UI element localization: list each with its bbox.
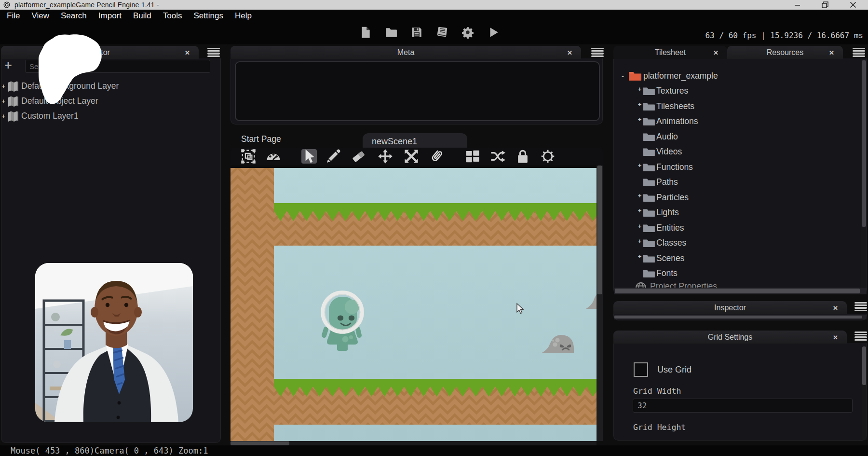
inspector-hscrollbar[interactable]	[614, 315, 867, 319]
tab-resources[interactable]: Resources ✕	[727, 46, 843, 59]
canvas-hscrollbar-thumb[interactable]	[231, 442, 289, 445]
tilesheet-tab-close-icon[interactable]: ✕	[713, 49, 719, 55]
layer-expander[interactable]: +	[0, 83, 6, 90]
menu-item[interactable]: Tools	[163, 11, 182, 21]
toolbar-button[interactable]	[359, 25, 372, 40]
toolbar-button[interactable]	[461, 25, 474, 40]
new-file-icon	[359, 26, 372, 39]
inspector-panel-close-icon[interactable]: ✕	[833, 304, 838, 311]
resource-row[interactable]: + Videos	[613, 144, 861, 160]
resource-label: Videos	[656, 147, 682, 157]
scene-tool-pencil[interactable]	[326, 149, 341, 164]
resource-expander[interactable]: +	[637, 253, 643, 260]
scene-tool-gear-outline[interactable]	[540, 149, 556, 164]
resource-expander[interactable]: +	[637, 116, 643, 123]
tab-tilesheet[interactable]: Tilesheet ✕	[613, 46, 727, 59]
canvas-vscrollbar-thumb[interactable]	[597, 166, 602, 294]
editor-panel-close-icon[interactable]: ✕	[185, 49, 190, 55]
layer-expander[interactable]: +	[0, 98, 6, 105]
tab-start-page[interactable]: Start Page	[241, 134, 281, 144]
tab-newscene1[interactable]: newScene1	[363, 133, 467, 150]
grid-settings-menu-icon[interactable]	[854, 332, 867, 341]
grid-settings-panel-tab[interactable]: Grid Settings ✕	[613, 331, 847, 344]
toolbar-button[interactable]	[436, 25, 448, 40]
resource-row[interactable]: + Audio	[613, 129, 861, 145]
close-button[interactable]	[849, 1, 857, 9]
layer-row[interactable]: + Default Object Layer	[0, 94, 220, 109]
meta-panel-menu-icon[interactable]	[591, 48, 604, 57]
menu-item[interactable]: Import	[98, 11, 122, 21]
menu-item[interactable]: Build	[133, 11, 151, 21]
resource-label: Classes	[656, 238, 686, 248]
resources-panel-menu-icon[interactable]	[853, 48, 865, 57]
menu-item[interactable]: Help	[235, 11, 252, 21]
resources-vscrollbar[interactable]	[861, 59, 867, 287]
folder-icon	[643, 223, 655, 233]
paperclip-icon	[429, 149, 444, 164]
menu-item[interactable]: View	[31, 11, 49, 21]
scene-tool-eraser[interactable]	[351, 149, 366, 164]
grid-width-input[interactable]	[633, 399, 853, 413]
resource-expander[interactable]: +	[637, 101, 643, 108]
resource-row[interactable]: + Lights	[613, 205, 861, 221]
editor-panel-menu-icon[interactable]	[207, 48, 220, 57]
resource-row[interactable]: + Animations	[613, 114, 861, 129]
menu-item[interactable]: Settings	[194, 11, 223, 21]
toolbar-button[interactable]	[385, 25, 397, 40]
scene-tool-scale[interactable]	[404, 149, 419, 164]
folder-icon	[643, 269, 655, 278]
platform-bottom	[274, 379, 597, 425]
resource-row[interactable]: + Entities	[613, 221, 861, 236]
scene-tool-blocks[interactable]	[465, 149, 480, 164]
root-expander[interactable]: -	[622, 72, 628, 80]
scene-tool-shuffle[interactable]	[490, 149, 505, 164]
resource-row[interactable]: + Particles	[613, 190, 861, 206]
use-grid-checkbox[interactable]	[634, 362, 648, 377]
scene-tool-pointer[interactable]	[301, 149, 317, 164]
resource-expander[interactable]: +	[637, 85, 643, 93]
folder-icon	[643, 102, 655, 111]
meta-panel-close-icon[interactable]: ✕	[567, 49, 572, 55]
scene-tool-paperclip[interactable]	[429, 149, 444, 164]
resource-row[interactable]: + Fonts	[613, 266, 861, 281]
minimize-button[interactable]	[793, 1, 801, 9]
scene-tool-select-box[interactable]	[241, 149, 256, 164]
resources-tab-close-icon[interactable]: ✕	[829, 49, 834, 55]
scene-tool-dashboard[interactable]	[266, 149, 281, 164]
resource-row[interactable]: + Tilesheets	[613, 99, 861, 114]
layer-expander[interactable]: +	[0, 113, 6, 120]
resource-row[interactable]: + Textures	[613, 83, 861, 99]
toolbar-button[interactable]	[410, 25, 423, 40]
grid-settings-vscrollbar[interactable]	[862, 344, 867, 440]
resource-row[interactable]: + Classes	[613, 235, 861, 251]
inspector-panel-tab[interactable]: Inspector ✕	[613, 301, 847, 314]
resource-expander[interactable]: +	[637, 207, 643, 214]
restore-button[interactable]	[821, 1, 829, 9]
resource-expander[interactable]: +	[637, 237, 643, 245]
open-folder-icon	[385, 26, 397, 39]
resource-expander[interactable]: +	[637, 222, 643, 230]
resource-label: Animations	[656, 116, 698, 126]
resource-row[interactable]: + Scenes	[613, 251, 861, 266]
folder-icon	[643, 132, 655, 141]
resource-expander[interactable]: +	[637, 192, 643, 199]
layer-row[interactable]: + Custom Layer1	[0, 109, 220, 124]
scene-tool-move[interactable]	[378, 149, 393, 164]
menu-item[interactable]: File	[7, 11, 20, 21]
inspector-panel-menu-icon[interactable]	[854, 302, 867, 311]
grid-settings-close-icon[interactable]: ✕	[833, 334, 838, 340]
toolbar-button[interactable]	[487, 25, 500, 40]
resource-label: Lights	[656, 207, 679, 218]
layer-row[interactable]: + Default Background Layer	[0, 79, 220, 94]
resources-hscrollbar[interactable]	[614, 288, 867, 294]
resource-row-partial[interactable]: Project Properties	[613, 281, 861, 288]
resource-row[interactable]: + Paths	[613, 175, 861, 190]
add-layer-button[interactable]: +	[3, 60, 14, 71]
resource-expander[interactable]: +	[637, 162, 643, 169]
resource-root-row[interactable]: - platformer_example	[613, 68, 861, 83]
resource-row[interactable]: + Functions	[613, 160, 861, 175]
scene-tool-lock[interactable]	[515, 149, 530, 164]
menu-item[interactable]: Search	[61, 11, 87, 21]
scene-canvas[interactable]	[231, 166, 603, 445]
meta-panel-tab[interactable]: Meta ✕	[231, 46, 581, 59]
